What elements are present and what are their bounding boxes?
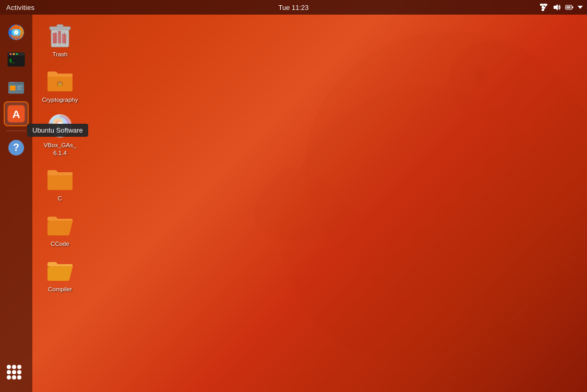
- cryptography-label: Cryptography: [42, 96, 78, 104]
- volume-icon[interactable]: [553, 4, 561, 11]
- compiler-folder-icon: [46, 256, 74, 283]
- dock-item-terminal[interactable]: $_: [4, 47, 29, 72]
- vboxgas-label: VBox_GAs_6.1.4: [44, 141, 77, 157]
- desktop-icon-trash[interactable]: Trash: [37, 18, 83, 62]
- svg-text:A: A: [12, 108, 20, 120]
- activities-button[interactable]: Activities: [4, 4, 37, 11]
- network-icon[interactable]: [540, 4, 548, 11]
- svg-point-1: [449, 42, 527, 120]
- svg-point-25: [10, 53, 12, 55]
- svg-line-14: [545, 6, 546, 7]
- clock: Tue 11:23: [278, 4, 308, 11]
- dock-item-files[interactable]: [4, 74, 29, 99]
- topbar: Activities Tue 11:23: [0, 0, 587, 15]
- desktop-icon-vboxgas[interactable]: VBox_GAs_6.1.4: [37, 109, 83, 160]
- cryptography-folder-icon: 🔒: [46, 67, 74, 94]
- dock-item-ubuntu-software[interactable]: A: [4, 101, 29, 126]
- svg-marker-19: [578, 6, 583, 9]
- trash-icon: [46, 21, 74, 49]
- svg-rect-46: [53, 33, 57, 43]
- svg-point-27: [16, 53, 18, 55]
- dock-separator: [6, 130, 26, 131]
- svg-rect-35: [17, 89, 22, 90]
- ccode-folder-icon: [46, 211, 74, 238]
- svg-point-11: [545, 4, 547, 6]
- svg-point-26: [13, 53, 15, 55]
- topbar-right: [540, 4, 583, 11]
- svg-text:?: ?: [13, 141, 19, 153]
- cd-icon: [46, 112, 74, 139]
- desktop-icon-c[interactable]: C: [37, 162, 83, 206]
- svg-rect-48: [62, 34, 66, 43]
- battery-icon[interactable]: [565, 4, 573, 11]
- dock-item-help[interactable]: ?: [4, 135, 29, 160]
- svg-rect-7: [542, 9, 544, 11]
- desktop-icon-compiler[interactable]: Compiler: [37, 253, 83, 296]
- svg-rect-34: [17, 88, 21, 89]
- svg-point-10: [541, 4, 543, 6]
- svg-rect-18: [567, 6, 571, 9]
- trash-label: Trash: [53, 51, 68, 58]
- svg-text:$_: $_: [9, 58, 15, 63]
- desktop-icon-cryptography[interactable]: 🔒 Cryptography: [37, 64, 83, 107]
- dock-item-firefox[interactable]: [4, 20, 29, 45]
- svg-marker-15: [554, 4, 558, 10]
- dock: $_ A ?: [0, 15, 32, 392]
- svg-rect-45: [57, 25, 63, 27]
- compiler-label: Compiler: [48, 286, 72, 293]
- ccode-label: CCode: [51, 240, 69, 248]
- svg-rect-17: [572, 6, 573, 8]
- svg-point-55: [58, 124, 62, 127]
- svg-point-22: [14, 30, 19, 35]
- svg-text:🔒: 🔒: [57, 81, 64, 88]
- c-folder-icon: [46, 165, 74, 193]
- svg-rect-47: [58, 31, 61, 43]
- desktop-icon-ccode[interactable]: CCode: [37, 208, 83, 251]
- svg-point-3: [475, 71, 485, 80]
- c-folder-label: C: [58, 195, 62, 203]
- svg-point-0: [305, 31, 587, 303]
- svg-rect-30: [8, 83, 24, 85]
- desktop-icons-area: Trash 🔒 Cryptography: [37, 18, 83, 296]
- show-applications-button[interactable]: [7, 365, 26, 384]
- svg-rect-32: [10, 86, 16, 87]
- svg-point-2: [471, 66, 489, 85]
- svg-rect-33: [17, 86, 23, 87]
- system-menu-icon[interactable]: [578, 5, 583, 9]
